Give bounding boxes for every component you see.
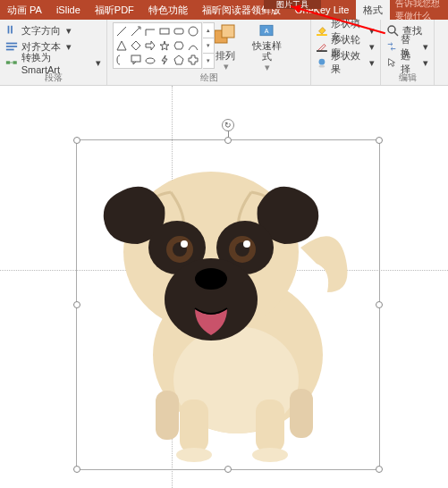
dropdown-icon: ▾ (224, 61, 229, 72)
find-icon (386, 24, 399, 37)
shape-brace-icon[interactable] (115, 54, 128, 66)
group-label-drawing: 绘图 (107, 72, 310, 84)
resize-handle[interactable] (376, 301, 383, 308)
ribbon: 文字方向▾ 对齐文本▾ 转换为 SmartArt▾ 段落 (0, 20, 448, 86)
slide-canvas[interactable]: ↻ (0, 86, 448, 488)
svg-rect-31 (290, 389, 313, 438)
dropdown-icon: ▾ (423, 41, 428, 53)
select-button[interactable]: 选择▾ (386, 55, 428, 71)
replace-icon (386, 40, 397, 53)
shape-diamond-icon[interactable] (130, 39, 142, 52)
shape-plus-icon[interactable] (187, 54, 199, 66)
svg-rect-3 (6, 46, 17, 47)
svg-rect-9 (160, 29, 169, 34)
svg-point-13 (146, 58, 155, 63)
svg-point-21 (319, 65, 325, 68)
convert-smartart-button[interactable]: 转换为 SmartArt▾ (5, 55, 101, 71)
svg-point-28 (176, 448, 212, 462)
group-label-paragraph: 段落 (0, 72, 106, 84)
text-direction-icon (5, 24, 18, 37)
svg-rect-5 (6, 61, 10, 63)
resize-handle[interactable] (73, 301, 80, 308)
dropdown-icon: ▾ (66, 25, 72, 37)
pug-dog-image[interactable] (95, 158, 363, 462)
svg-point-20 (319, 59, 325, 65)
svg-rect-15 (222, 25, 234, 38)
shapes-gallery-expand[interactable]: ▴▾▾ (203, 22, 215, 69)
shape-pentagon-icon[interactable] (173, 54, 185, 66)
svg-rect-26 (180, 400, 208, 453)
resize-handle[interactable] (376, 137, 383, 144)
svg-rect-2 (6, 43, 17, 45)
svg-rect-30 (156, 391, 179, 440)
svg-point-42 (195, 268, 227, 290)
svg-rect-4 (6, 49, 14, 51)
shape-callout-icon[interactable] (130, 54, 142, 66)
tab-islide[interactable]: iSlide (49, 0, 88, 20)
resize-handle[interactable] (73, 137, 80, 144)
tab-animation-pa[interactable]: 动画 PA (0, 0, 49, 20)
group-label-edit: 编辑 (381, 72, 434, 84)
svg-point-39 (181, 240, 188, 248)
shape-cloud-icon[interactable] (144, 54, 156, 66)
resize-handle[interactable] (376, 466, 383, 473)
resize-handle[interactable] (73, 466, 80, 473)
svg-rect-19 (317, 50, 327, 52)
shape-arrow-icon[interactable] (130, 25, 142, 38)
dropdown-icon: ▾ (423, 57, 428, 69)
shape-outline-icon (317, 40, 327, 53)
svg-rect-6 (13, 61, 17, 63)
svg-rect-27 (256, 400, 284, 453)
ribbon-tabs: 动画 PA iSlide 福昕PDF 特色功能 福昕阅读器领鲜版 OneKey … (0, 0, 448, 20)
shape-effects-button[interactable]: 形状效果▾ (317, 55, 375, 71)
shape-triangle-icon[interactable] (115, 39, 128, 52)
arrange-icon (213, 23, 238, 48)
selection-box[interactable]: ↻ (76, 139, 380, 470)
shape-effects-icon (317, 56, 327, 69)
select-icon (386, 56, 397, 69)
shape-lightning-icon[interactable] (158, 54, 171, 66)
text-direction-button[interactable]: 文字方向▾ (5, 22, 101, 38)
shape-fill-icon (317, 24, 327, 37)
svg-rect-10 (174, 29, 183, 34)
svg-point-11 (189, 27, 198, 36)
rotate-handle[interactable]: ↻ (222, 119, 234, 131)
quick-styles-button[interactable]: A 快速样式▾ (249, 22, 284, 72)
svg-rect-12 (131, 55, 140, 62)
shape-curve-icon[interactable] (187, 39, 199, 52)
shape-star-icon[interactable] (158, 39, 171, 52)
shape-line-icon[interactable] (115, 25, 128, 38)
svg-line-8 (131, 28, 139, 36)
shape-rect-icon[interactable] (158, 25, 171, 38)
shape-elbow-icon[interactable] (144, 25, 156, 38)
shape-rightarrow-icon[interactable] (144, 39, 156, 52)
shape-circle-icon[interactable] (187, 25, 199, 38)
quick-styles-icon: A (254, 22, 279, 38)
svg-point-29 (252, 448, 288, 462)
shapes-gallery[interactable] (113, 22, 202, 69)
svg-rect-18 (317, 34, 327, 36)
dropdown-icon: ▾ (369, 57, 375, 69)
resize-handle[interactable] (224, 137, 232, 144)
dropdown-icon: ▾ (96, 57, 101, 69)
svg-line-7 (117, 27, 126, 36)
svg-point-40 (243, 240, 250, 248)
svg-text:A: A (265, 28, 269, 34)
svg-rect-0 (8, 26, 10, 34)
align-text-icon (5, 40, 18, 53)
svg-point-22 (388, 26, 395, 33)
svg-rect-1 (11, 26, 13, 34)
tab-special[interactable]: 特色功能 (141, 0, 195, 20)
shape-hexagon-icon[interactable] (173, 39, 185, 52)
smartart-icon (5, 56, 18, 69)
dropdown-icon: ▾ (369, 41, 375, 53)
svg-line-23 (394, 32, 398, 36)
shape-roundrect-icon[interactable] (173, 25, 185, 38)
resize-handle[interactable] (224, 466, 232, 473)
tab-foxit-pdf[interactable]: 福昕PDF (88, 0, 141, 20)
